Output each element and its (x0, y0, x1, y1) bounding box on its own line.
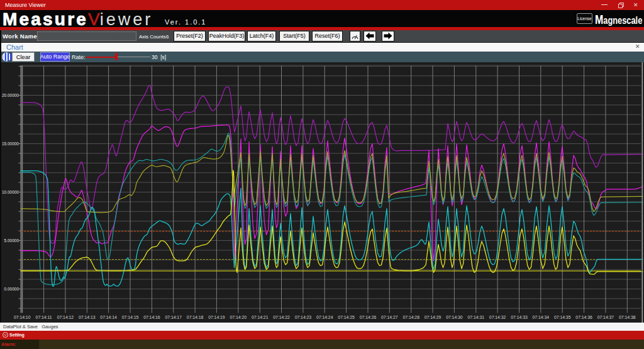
svg-text:07:14:36: 07:14:36 (575, 315, 592, 319)
svg-text:07:14:19: 07:14:19 (208, 315, 225, 319)
svg-text:07:14:23: 07:14:23 (295, 315, 312, 319)
svg-text:20.00000: 20.00000 (2, 93, 19, 97)
svg-text:07:14:31: 07:14:31 (468, 315, 485, 319)
svg-text:07:14:33: 07:14:33 (511, 315, 528, 319)
svg-text:07:14:26: 07:14:26 (360, 315, 377, 319)
svg-text:07:14:25: 07:14:25 (338, 315, 355, 319)
svg-text:07:14:21: 07:14:21 (252, 315, 269, 319)
svg-text:07:14:29: 07:14:29 (425, 315, 441, 319)
svg-text:07:14:14: 07:14:14 (100, 315, 117, 319)
svg-text:07:14:35: 07:14:35 (554, 315, 571, 319)
svg-text:07:14:11: 07:14:11 (36, 315, 52, 319)
svg-text:07:14:18: 07:14:18 (187, 315, 204, 319)
svg-text:07:14:17: 07:14:17 (165, 315, 182, 319)
svg-text:07:14:10: 07:14:10 (14, 315, 31, 319)
svg-text:07:14:13: 07:14:13 (79, 315, 96, 319)
svg-text:0.00000: 0.00000 (4, 287, 19, 291)
svg-text:07:14:34: 07:14:34 (533, 315, 550, 319)
svg-text:15.00000: 15.00000 (2, 141, 19, 146)
svg-text:07:14:24: 07:14:24 (316, 315, 333, 319)
svg-text:07:14:27: 07:14:27 (381, 315, 398, 319)
svg-text:07:14:12: 07:14:12 (57, 315, 74, 319)
svg-text:07:14:16: 07:14:16 (143, 315, 160, 319)
svg-text:07:14:28: 07:14:28 (402, 315, 419, 319)
svg-text:07:14:30: 07:14:30 (446, 315, 463, 319)
svg-text:07:14:37: 07:14:37 (597, 315, 614, 319)
svg-text:07:14:22: 07:14:22 (273, 315, 290, 319)
svg-text:5.00000: 5.00000 (4, 238, 19, 243)
svg-text:07:14:20: 07:14:20 (230, 315, 247, 319)
svg-text:07:14:32: 07:14:32 (489, 315, 506, 319)
svg-text:07:14:15: 07:14:15 (122, 315, 139, 319)
svg-text:10.00000: 10.00000 (2, 190, 19, 194)
svg-text:07:14:38: 07:14:38 (619, 315, 636, 319)
